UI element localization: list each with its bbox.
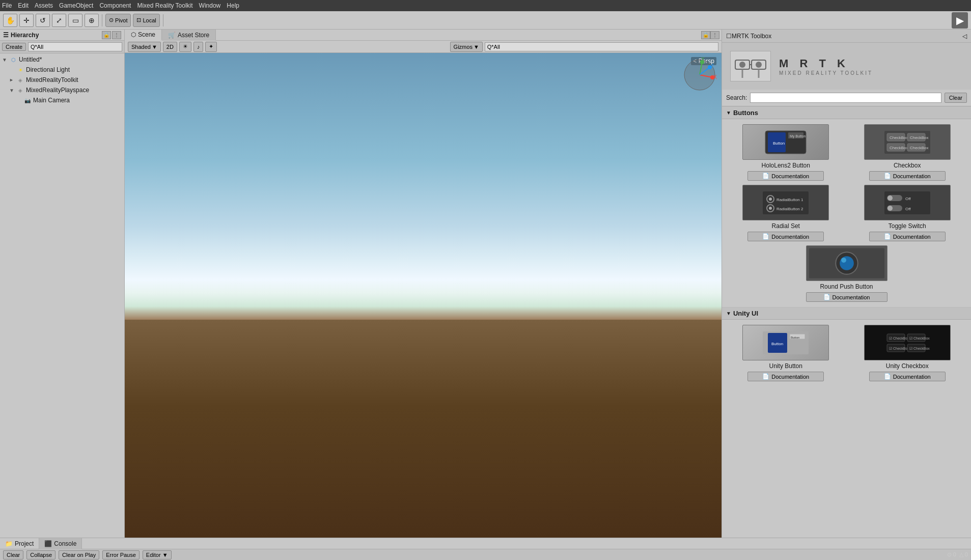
item-round-push: Round Push Button 📄 Documentation — [727, 245, 966, 302]
fx-button[interactable]: ✦ — [205, 42, 217, 52]
mrtk-logo-icon — [730, 51, 771, 81]
scale-tool-button[interactable]: ⤢ — [52, 14, 66, 27]
audio-button[interactable]: ♪ — [193, 42, 204, 52]
tree-item-directional-light[interactable]: ☀ Directional Light — [0, 65, 124, 75]
mrtk-brand-text: M R T K MIXED REALITY TOOLKIT — [779, 57, 873, 76]
local-button[interactable]: ⊡ Local — [133, 14, 159, 27]
svg-point-43 — [887, 206, 893, 211]
svg-text:Off: Off — [905, 207, 911, 211]
gizmos-arrow-icon: ▼ — [474, 44, 479, 50]
toolbox-clear-button[interactable]: Clear — [945, 93, 967, 103]
unity-check-label: Unity Checkbox — [886, 362, 929, 370]
svg-text:Button: Button — [773, 141, 785, 146]
search-label: Search: — [726, 94, 747, 101]
hierarchy-panel: ☰ Hierarchy 🔒 ⋮ Create ▼ ⬡ Untitled* ☀ — [0, 30, 125, 538]
tree-label-untitled: Untitled* — [19, 56, 42, 63]
shading-arrow-icon: ▼ — [152, 44, 157, 50]
move-tool-button[interactable]: ✛ — [19, 14, 34, 27]
doc-icon-2: 📄 — [884, 173, 891, 179]
toolbox-search-bar: Search: Clear — [722, 90, 971, 106]
hierarchy-search-input[interactable] — [28, 42, 122, 51]
menu-edit[interactable]: Edit — [18, 2, 29, 9]
console-error-pause-button[interactable]: Error Pause — [102, 550, 140, 559]
menu-file[interactable]: File — [2, 2, 12, 9]
menu-window[interactable]: Window — [199, 2, 221, 9]
rotate-tool-button[interactable]: ↺ — [36, 14, 50, 27]
menu-mrtk[interactable]: Mixed Reality Toolkit — [137, 2, 192, 9]
unity-btn-doc-button[interactable]: 📄 Documentation — [747, 372, 824, 381]
menu-gameobject[interactable]: GameObject — [59, 2, 93, 9]
tab-project[interactable]: 📁 Project — [0, 538, 39, 549]
editor-arrow-icon: ▼ — [162, 552, 168, 558]
sky-background — [125, 53, 722, 320]
buttons-grid: Button My Button HoloLens2 Button 📄 Docu… — [722, 119, 971, 307]
shading-label: Shaded — [131, 44, 151, 50]
toolbox-title: MRTK Toolbox — [732, 33, 771, 40]
unity-check-doc-button[interactable]: 📄 Documentation — [869, 372, 946, 381]
round-push-label: Round Push Button — [820, 283, 873, 290]
tree-item-main-camera[interactable]: 📷 Main Camera — [0, 95, 124, 105]
hierarchy-lock-button[interactable]: 🔒 — [102, 31, 111, 39]
console-collapse-button[interactable]: Collapse — [26, 550, 56, 559]
hierarchy-title-label: Hierarchy — [11, 32, 39, 39]
tree-item-untitled[interactable]: ▼ ⬡ Untitled* — [0, 54, 124, 65]
play-button[interactable]: ▶ — [952, 12, 968, 29]
tab-console[interactable]: ⬛ Console — [39, 538, 82, 549]
svg-point-7 — [700, 60, 704, 64]
holol2-doc-label: Documentation — [771, 173, 809, 179]
console-clear-on-play-button[interactable]: Clear on Play — [59, 550, 99, 559]
round-push-doc-button[interactable]: 📄 Documentation — [806, 292, 887, 302]
scene-filter-input[interactable] — [485, 42, 718, 51]
scene-menu-button[interactable]: ⋮ — [710, 31, 719, 39]
svg-point-8 — [710, 75, 714, 79]
round-push-preview — [806, 245, 887, 281]
tree-label-main-camera: Main Camera — [33, 97, 70, 104]
item-checkbox: CheckBox CheckBox CheckBox CheckBox Chec… — [849, 124, 966, 181]
toggle-doc-button[interactable]: 📄 Documentation — [869, 232, 946, 241]
mode-2d-button[interactable]: 2D — [163, 42, 177, 52]
tab-asset-store[interactable]: 🛒 Asset Store — [162, 30, 216, 41]
asset-tab-icon: 🛒 — [168, 32, 176, 39]
unity-btn-label: Unity Button — [769, 362, 802, 370]
svg-point-40 — [887, 195, 893, 201]
hierarchy-menu-button[interactable]: ⋮ — [112, 31, 121, 39]
lighting-button[interactable]: ☀ — [179, 42, 191, 52]
unity-btn-doc-label: Documentation — [771, 374, 809, 380]
pivot-button[interactable]: ⊙ Pivot — [105, 14, 131, 27]
console-tab-label: Console — [54, 540, 76, 547]
light-icon: ☀ — [16, 66, 24, 74]
menu-assets[interactable]: Assets — [35, 2, 53, 9]
unity-ui-section-header[interactable]: ▼ Unity UI — [722, 307, 971, 320]
svg-point-14 — [756, 62, 762, 68]
main-toolbar: ✋ ✛ ↺ ⤢ ▭ ⊕ ⊙ Pivot ⊡ Local ▶ — [0, 11, 971, 30]
transform-tool-button[interactable]: ⊕ — [85, 14, 99, 27]
hand-tool-button[interactable]: ✋ — [3, 14, 17, 27]
tab-scene[interactable]: ⬡ Scene — [125, 30, 162, 41]
radial-doc-button[interactable]: 📄 Documentation — [747, 232, 824, 241]
tree-arrow-mrtk: ► — [9, 77, 16, 82]
tree-item-mrtk[interactable]: ► ◈ MixedRealityToolkit — [0, 75, 124, 85]
shading-dropdown[interactable]: Shaded ▼ — [128, 42, 161, 52]
console-clear-button[interactable]: Clear — [3, 550, 23, 559]
pivot-label: Pivot — [115, 17, 127, 23]
create-button[interactable]: Create — [2, 43, 26, 51]
rect-tool-button[interactable]: ▭ — [68, 14, 82, 27]
menu-component[interactable]: Component — [99, 2, 131, 9]
menu-help[interactable]: Help — [227, 2, 239, 9]
local-icon: ⊡ — [136, 17, 141, 23]
tree-item-mrtkp[interactable]: ▼ ◈ MixedRealityPlayspace — [0, 85, 124, 95]
console-editor-dropdown[interactable]: Editor ▼ — [143, 550, 172, 559]
buttons-section-header[interactable]: ▼ Buttons — [722, 106, 971, 119]
project-icon: 📁 — [5, 540, 13, 547]
gizmos-button[interactable]: Gizmos ▼ — [450, 42, 483, 52]
scene-tab-controls: 🔒 ⋮ — [701, 31, 722, 39]
scene-lock-button[interactable]: 🔒 — [701, 31, 710, 39]
toggle-label: Toggle Switch — [889, 222, 926, 230]
error-count-icon: ⊙ 0 — [947, 551, 956, 558]
checkbox-doc-button[interactable]: 📄 Documentation — [869, 171, 946, 181]
toolbox-search-input[interactable] — [750, 93, 941, 103]
object-icon-mrtkp: ◈ — [16, 86, 24, 94]
svg-text:Off: Off — [905, 197, 911, 201]
holol2-doc-button[interactable]: 📄 Documentation — [747, 171, 824, 181]
svg-text:CheckBox: CheckBox — [910, 146, 928, 150]
